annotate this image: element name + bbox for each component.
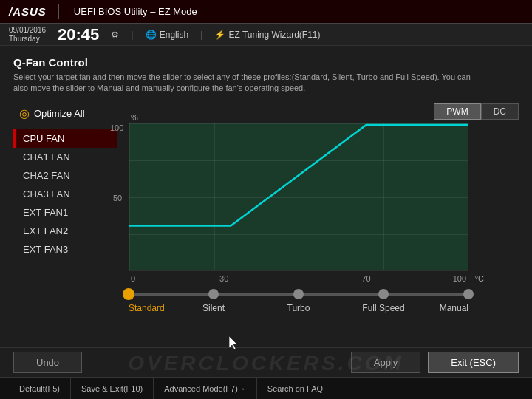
slider-track[interactable]: Standard Silent Turbo Full Speed Manual: [129, 293, 468, 296]
date-label: 09/01/2016Thursday: [9, 26, 46, 43]
lightning-icon: ⚡: [214, 30, 225, 40]
language-button[interactable]: 🌐 English: [146, 30, 188, 40]
fan-item-cpufan[interactable]: CPU FAN: [13, 129, 117, 148]
chart-panel: PWM DC % 100 50 0 30 70 100 °C: [129, 103, 519, 296]
undo-button[interactable]: Undo: [13, 352, 82, 373]
x-tick-30: 30: [219, 274, 228, 283]
separator: [58, 4, 59, 19]
chart-area: % 100 50 0 30 70 100 °C: [129, 123, 468, 270]
slider-dot-turbo[interactable]: [293, 289, 304, 299]
x-tick-70: 70: [361, 274, 370, 283]
content-area: ◎ Optimize All CPU FANCHA1 FANCHA2 FANCH…: [13, 103, 519, 296]
fan-item-extfan2[interactable]: EXT FAN2: [13, 222, 117, 240]
fan-item-cha2fan[interactable]: CHA2 FAN: [13, 166, 117, 185]
clock: 20:45: [58, 25, 99, 44]
title-text: UEFI BIOS Utility – EZ Mode: [74, 6, 197, 17]
slider-label-silent: Silent: [202, 303, 225, 313]
apply-button[interactable]: Apply: [351, 352, 421, 373]
datetime: 09/01/2016Thursday: [9, 26, 46, 44]
grid-line-h5: [129, 270, 468, 271]
fan-item-extfan1[interactable]: EXT FAN1: [13, 203, 117, 222]
footer-save-exit[interactable]: Save & Exit(F10): [71, 378, 154, 399]
chart-container: % 100 50 0 30 70 100 °C: [129, 123, 519, 296]
y-tick-50: 50: [113, 194, 122, 202]
optimize-all-button[interactable]: ◎ Optimize All: [13, 103, 117, 123]
action-bar: Undo Apply Exit (ESC): [0, 347, 532, 377]
slider-label-turbo: Turbo: [287, 303, 310, 313]
footer-advanced-mode[interactable]: Advanced Mode(F7)→: [154, 378, 257, 399]
chart-svg: [129, 123, 468, 270]
x-tick-0: 0: [131, 274, 135, 283]
fan-item-cha1fan[interactable]: CHA1 FAN: [13, 148, 117, 166]
fan-list-panel: ◎ Optimize All CPU FANCHA1 FANCHA2 FANCH…: [13, 103, 117, 296]
top-bar: /ASUS UEFI BIOS Utility – EZ Mode: [0, 0, 532, 24]
lang-divider: |: [131, 29, 133, 40]
pwm-button[interactable]: PWM: [434, 103, 480, 120]
slider-dot-fullspeed[interactable]: [378, 289, 389, 299]
asus-logo: /ASUS: [9, 5, 47, 18]
grid-line-v5: [468, 123, 468, 270]
y-axis-label: %: [131, 113, 138, 122]
optimize-icon: ◎: [19, 106, 30, 120]
pwm-dc-toggle: PWM DC: [129, 103, 519, 120]
footer-default[interactable]: Default(F5): [9, 378, 71, 399]
slider-dot-standard[interactable]: [123, 288, 134, 300]
slider-label-manual: Manual: [440, 303, 468, 313]
qfan-title: Q-Fan Control: [13, 56, 519, 69]
footer-search-faq[interactable]: Search on FAQ: [257, 378, 333, 399]
main-area: Q-Fan Control Select your target fan and…: [0, 46, 532, 350]
optimize-all-label: Optimize All: [34, 108, 85, 119]
fan-item-extfan3[interactable]: EXT FAN3: [13, 240, 117, 259]
footer: Default(F5) Save & Exit(F10) Advanced Mo…: [0, 377, 532, 399]
ez-tuning-button[interactable]: ⚡ EZ Tuning Wizard(F11): [214, 30, 320, 40]
qfan-desc: Select your target fan and then move the…: [13, 72, 471, 95]
x-tick-100: 100: [453, 274, 466, 283]
ez-tuning-label: EZ Tuning Wizard(F11): [228, 30, 320, 40]
lang-divider2: |: [200, 29, 202, 40]
slider-label-fullspeed: Full Speed: [362, 303, 404, 313]
x-axis-label: °C: [475, 274, 484, 283]
dc-button[interactable]: DC: [481, 103, 519, 120]
exit-button[interactable]: Exit (ESC): [428, 352, 519, 373]
y-tick-100: 100: [110, 123, 123, 132]
fan-list: CPU FANCHA1 FANCHA2 FANCHA3 FANEXT FAN1E…: [13, 129, 117, 259]
globe-icon: 🌐: [146, 30, 157, 40]
second-bar: 09/01/2016Thursday 20:45 ⚙ | 🌐 English |…: [0, 24, 532, 46]
lang-label: English: [160, 30, 188, 40]
slider-label-standard: Standard: [129, 303, 165, 313]
gear-icon[interactable]: ⚙: [111, 30, 119, 40]
slider-dot-manual[interactable]: [463, 289, 474, 299]
slider-dot-silent[interactable]: [208, 289, 219, 299]
speed-slider[interactable]: Standard Silent Turbo Full Speed Manual: [129, 293, 468, 296]
fan-item-cha3fan[interactable]: CHA3 FAN: [13, 185, 117, 203]
